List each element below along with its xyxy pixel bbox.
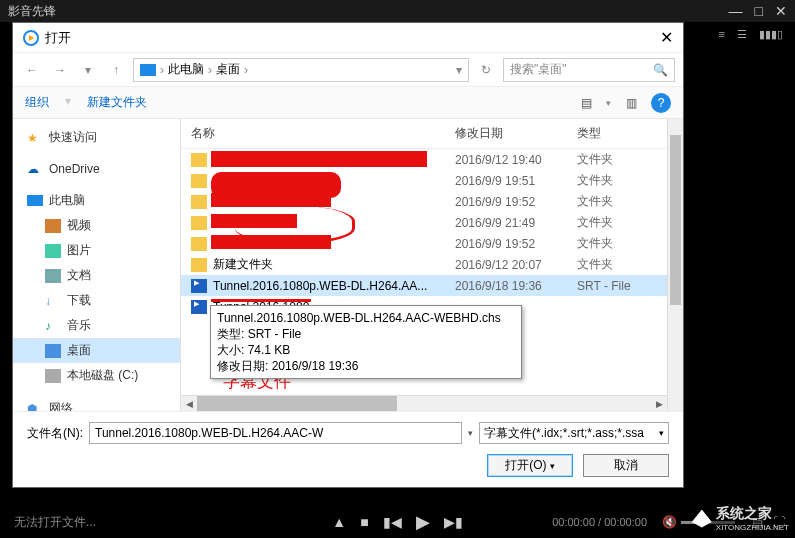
sidebar-videos[interactable]: 视频 (13, 213, 180, 238)
status-text: 无法打开文件... (14, 514, 96, 531)
app-titlebar: 影音先锋 — □ ✕ (0, 0, 795, 22)
col-name[interactable]: 名称 (191, 125, 455, 142)
sidebar-pictures[interactable]: 图片 (13, 238, 180, 263)
menu-icon[interactable]: ≡ (719, 28, 725, 40)
network-icon: ⬢ (27, 402, 43, 412)
crumb-desktop[interactable]: 桌面 (216, 61, 240, 78)
underline-mark (211, 299, 311, 302)
organize-button[interactable]: 组织 (25, 94, 49, 111)
search-glass-icon: 🔍 (653, 63, 668, 77)
minimize-icon[interactable]: — (729, 3, 743, 19)
sidebar-quick-access[interactable]: ★快速访问 (13, 125, 180, 150)
folder-icon (191, 216, 207, 230)
sidebar-documents[interactable]: 文档 (13, 263, 180, 288)
recent-icon[interactable]: ▾ (77, 59, 99, 81)
scroll-left-icon[interactable]: ◀ (181, 396, 197, 411)
list-icon[interactable]: ☰ (737, 28, 747, 41)
cloud-icon: ☁ (27, 162, 43, 176)
eject-icon[interactable]: ▲ (332, 514, 346, 530)
column-headers: 名称 修改日期 类型 (181, 119, 667, 149)
filename-label: 文件名(N): (27, 425, 83, 442)
dialog-toolbar: 组织 ▾ 新建文件夹 ▤ ▾ ▥ ? (13, 87, 683, 119)
sidebar-downloads[interactable]: ↓下载 (13, 288, 180, 313)
folder-icon (191, 258, 207, 272)
navigation-bar: ← → ▾ ↑ › 此电脑 › 桌面 › ▾ ↻ 搜索"桌面" 🔍 (13, 53, 683, 87)
disk-icon (45, 369, 61, 383)
sidebar-this-pc[interactable]: 此电脑 (13, 188, 180, 213)
crumb-pc[interactable]: 此电脑 (168, 61, 204, 78)
sidebar: ★快速访问 ☁OneDrive 此电脑 视频 图片 文档 ↓下载 ♪音乐 桌面 … (13, 119, 181, 411)
refresh-icon[interactable]: ↻ (475, 59, 497, 81)
star-icon: ★ (27, 131, 43, 145)
dialog-close-icon[interactable]: ✕ (660, 28, 673, 47)
dialog-footer: 文件名(N): ▾ 字幕文件(*.idx;*.srt;*.ass;*.ssa ▾… (13, 411, 683, 487)
watermark-icon (692, 510, 712, 528)
up-icon[interactable]: ↑ (105, 59, 127, 81)
app-icon (23, 30, 39, 46)
image-icon (45, 244, 61, 258)
sidebar-network[interactable]: ⬢网络 (13, 396, 180, 411)
tooltip-filename: Tunnel.2016.1080p.WEB-DL.H264.AAC-WEBHD.… (217, 310, 515, 326)
filetype-filter[interactable]: 字幕文件(*.idx;*.srt;*.ass;*.ssa ▾ (479, 422, 669, 444)
sidebar-music[interactable]: ♪音乐 (13, 313, 180, 338)
preview-pane-icon[interactable]: ▥ (621, 93, 641, 113)
sidebar-onedrive[interactable]: ☁OneDrive (13, 158, 180, 180)
mute-icon[interactable]: 🔇 (662, 515, 677, 529)
player-controls: ▲ ■ ▮◀ ▶ ▶▮ (332, 511, 462, 533)
open-button[interactable]: 打开(O) ▾ (487, 454, 573, 477)
redaction-curve (235, 207, 355, 243)
file-row-selected[interactable]: Tunnel.2016.1080p.WEB-DL.H264.AA...2016/… (181, 275, 667, 296)
folder-icon (191, 195, 207, 209)
prev-icon[interactable]: ▮◀ (383, 514, 402, 530)
filename-input[interactable] (89, 422, 462, 444)
horizontal-scrollbar[interactable]: ◀ ▶ (181, 395, 667, 411)
help-icon[interactable]: ? (651, 93, 671, 113)
folder-icon (191, 153, 207, 167)
col-type[interactable]: 类型 (577, 125, 657, 142)
player-status-bar: 无法打开文件... ▲ ■ ▮◀ ▶ ▶▮ 00:00:00 / 00:00:0… (0, 506, 795, 538)
music-icon: ♪ (45, 319, 61, 333)
close-icon[interactable]: ✕ (775, 3, 787, 19)
watermark: 系统之家 XITONGZHIJIA.NET (692, 505, 789, 532)
file-row[interactable]: 新建文件夹2016/9/12 20:07文件夹 (181, 254, 667, 275)
breadcrumb-dropdown-icon[interactable]: ▾ (456, 63, 462, 77)
vertical-scrollbar[interactable] (667, 119, 683, 411)
scroll-right-icon[interactable]: ▶ (651, 396, 667, 411)
folder-icon (191, 174, 207, 188)
search-input[interactable]: 搜索"桌面" 🔍 (503, 58, 675, 82)
stop-icon[interactable]: ■ (360, 514, 368, 530)
tooltip-type: 类型: SRT - File (217, 326, 515, 342)
download-icon: ↓ (45, 294, 61, 308)
file-tooltip: Tunnel.2016.1080p.WEB-DL.H264.AAC-WEBHD.… (210, 305, 522, 379)
srt-file-icon (191, 300, 207, 314)
search-placeholder: 搜索"桌面" (510, 61, 567, 78)
pc-icon (140, 64, 156, 76)
folder-icon (191, 237, 207, 251)
document-icon (45, 269, 61, 283)
newfolder-button[interactable]: 新建文件夹 (87, 94, 147, 111)
tooltip-date: 修改日期: 2016/9/18 19:36 (217, 358, 515, 374)
sidebar-localdisk[interactable]: 本地磁盘 (C:) (13, 363, 180, 388)
dialog-titlebar: 打开 ✕ (13, 23, 683, 53)
open-file-dialog: 打开 ✕ ← → ▾ ↑ › 此电脑 › 桌面 › ▾ ↻ 搜索"桌面" 🔍 组… (12, 22, 684, 488)
breadcrumb[interactable]: › 此电脑 › 桌面 › ▾ (133, 58, 469, 82)
signal-icon[interactable]: ▮▮▮▯ (759, 28, 783, 41)
tooltip-size: 大小: 74.1 KB (217, 342, 515, 358)
window-controls: — □ ✕ (729, 3, 787, 19)
redaction-mark (211, 193, 331, 207)
forward-icon[interactable]: → (49, 59, 71, 81)
sidebar-desktop[interactable]: 桌面 (13, 338, 180, 363)
next-icon[interactable]: ▶▮ (444, 514, 463, 530)
srt-file-icon (191, 279, 207, 293)
col-date[interactable]: 修改日期 (455, 125, 577, 142)
desktop-icon (45, 344, 61, 358)
cancel-button[interactable]: 取消 (583, 454, 669, 477)
back-icon[interactable]: ← (21, 59, 43, 81)
video-icon (45, 219, 61, 233)
time-display: 00:00:00 / 00:00:00 (552, 516, 647, 528)
maximize-icon[interactable]: □ (755, 3, 763, 19)
pc-icon (27, 195, 43, 206)
view-options-icon[interactable]: ▤ (576, 93, 596, 113)
play-icon[interactable]: ▶ (416, 511, 430, 533)
redaction-mark (211, 151, 427, 167)
